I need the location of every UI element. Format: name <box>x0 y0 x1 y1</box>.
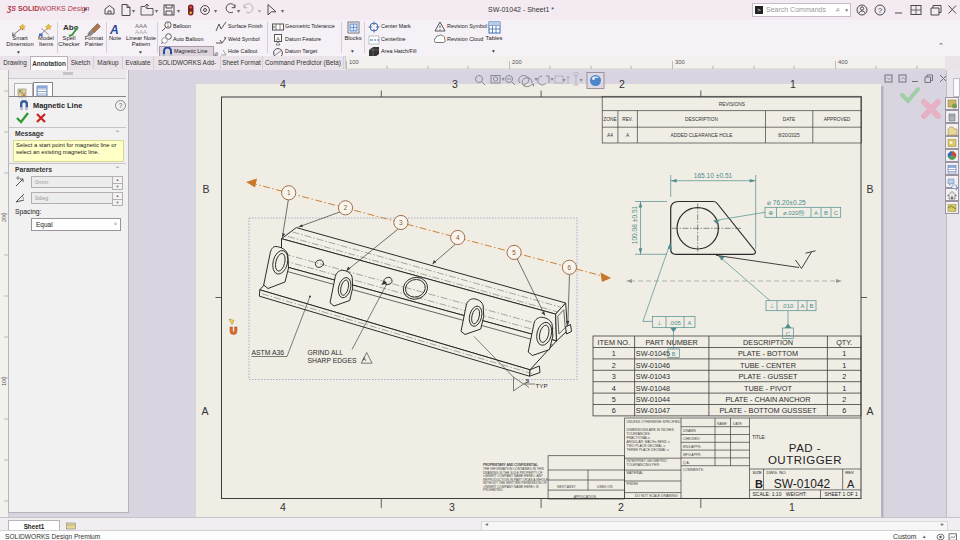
svg-text:1: 1 <box>842 361 846 370</box>
svg-text:B: B <box>824 210 828 216</box>
svg-text:⊥: ⊥ <box>657 320 662 326</box>
svg-text:B: B <box>809 303 813 309</box>
svg-text:100: 100 <box>349 59 359 65</box>
svg-text:SW-01048: SW-01048 <box>636 384 670 393</box>
svg-text:PLATE - BOTTOM: PLATE - BOTTOM <box>738 349 798 358</box>
svg-text:TOLERANCING PER:: TOLERANCING PER: <box>627 463 660 467</box>
svg-text:400: 400 <box>838 59 848 65</box>
svg-text:100: 100 <box>1 377 7 386</box>
svg-text:A: A <box>847 478 855 490</box>
svg-text:?: ? <box>878 6 883 15</box>
svg-text:SW-01046: SW-01046 <box>636 361 670 370</box>
svg-text:1: 1 <box>167 22 170 28</box>
svg-text:ASTM A36: ASTM A36 <box>252 349 285 356</box>
svg-text:DESCRIPTION: DESCRIPTION <box>743 338 793 347</box>
svg-text:UNLESS OTHERWISE SPECIFIED:: UNLESS OTHERWISE SPECIFIED: <box>627 420 682 424</box>
svg-text:6: 6 <box>568 264 572 271</box>
svg-text:▾: ▾ <box>535 76 538 82</box>
svg-text:B: B <box>866 183 873 195</box>
svg-text:DESCRIPTION: DESCRIPTION <box>685 117 718 122</box>
svg-text:THREE PLACE DECIMAL ±: THREE PLACE DECIMAL ± <box>627 448 669 452</box>
svg-text:SW-01045: SW-01045 <box>636 349 670 358</box>
svg-text:4: 4 <box>456 234 460 241</box>
svg-text:SW-01042: SW-01042 <box>774 477 831 491</box>
svg-text:PAD -: PAD - <box>789 442 821 454</box>
svg-text:NAME: NAME <box>717 422 728 426</box>
svg-text:DRAWN: DRAWN <box>683 429 696 433</box>
svg-text:Q.A.: Q.A. <box>683 461 690 465</box>
svg-text:5: 5 <box>612 395 616 404</box>
svg-text:4: 4 <box>280 501 286 513</box>
svg-text:A: A <box>276 36 280 42</box>
svg-text:PART NUMBER: PART NUMBER <box>646 338 698 347</box>
svg-text:200: 200 <box>1 213 7 222</box>
svg-text:1: 1 <box>789 501 795 513</box>
svg-text:TUBE - CENTER: TUBE - CENTER <box>740 361 796 370</box>
svg-text:3: 3 <box>449 501 455 513</box>
svg-text:1: 1 <box>612 349 616 358</box>
svg-text:6: 6 <box>612 406 616 415</box>
svg-text:DWG. NO.: DWG. NO. <box>767 470 787 475</box>
svg-text:SHARP EDGES: SHARP EDGES <box>308 357 357 364</box>
svg-text:.010: .010 <box>782 303 794 309</box>
svg-text:MATERIAL: MATERIAL <box>627 471 644 475</box>
svg-text:SCALE: 1:10: SCALE: 1:10 <box>753 491 782 497</box>
svg-text:ZONE: ZONE <box>603 117 616 122</box>
svg-text:▾: ▾ <box>580 77 583 83</box>
svg-text:300: 300 <box>675 59 685 65</box>
svg-text:A: A <box>362 356 366 362</box>
svg-text:8/20/2025: 8/20/2025 <box>778 133 800 138</box>
svg-text:A: A <box>201 405 208 417</box>
svg-text:CHECKED: CHECKED <box>683 437 700 441</box>
svg-text:A: A <box>800 303 804 309</box>
svg-text:6: 6 <box>842 406 846 415</box>
svg-text:REV: REV <box>845 470 854 475</box>
svg-text:▾: ▾ <box>563 77 566 83</box>
svg-text:USED ON: USED ON <box>597 485 613 489</box>
svg-text:2: 2 <box>842 395 846 404</box>
svg-text:DATE: DATE <box>783 117 795 122</box>
svg-text:⌀ 76.20±0.25: ⌀ 76.20±0.25 <box>767 199 806 206</box>
svg-text:MFG APPR.: MFG APPR. <box>683 453 702 457</box>
svg-text:APPROVED: APPROVED <box>824 117 851 122</box>
svg-text:DO NOT SCALE DRAWING: DO NOT SCALE DRAWING <box>635 494 678 498</box>
svg-text:ITEM NO.: ITEM NO. <box>598 338 630 347</box>
svg-text:SHEET 1 OF 1: SHEET 1 OF 1 <box>825 491 858 497</box>
svg-text:SW-01044: SW-01044 <box>636 395 670 404</box>
svg-text:2: 2 <box>612 361 616 370</box>
svg-text:SIZE: SIZE <box>753 470 763 475</box>
svg-text:B: B <box>202 183 209 195</box>
svg-text:C: C <box>834 210 839 216</box>
svg-text:REV.: REV. <box>622 117 633 122</box>
svg-text:5: 5 <box>512 249 516 256</box>
svg-text:.005: .005 <box>669 320 681 326</box>
svg-text:PROHIBITED.: PROHIBITED. <box>483 488 503 492</box>
svg-text:APPLICATION: APPLICATION <box>574 495 597 499</box>
svg-text:3: 3 <box>452 78 458 90</box>
svg-text:2: 2 <box>618 501 624 513</box>
svg-text:NEXT ASSY: NEXT ASSY <box>557 485 577 489</box>
svg-text:B: B <box>672 351 676 357</box>
svg-text:A: A <box>814 210 818 216</box>
svg-text:COMMENTS:: COMMENTS: <box>683 468 704 472</box>
svg-text:4: 4 <box>280 78 286 90</box>
svg-text:QTY.: QTY. <box>836 338 852 347</box>
svg-text:165.10 ±0.51: 165.10 ±0.51 <box>694 172 733 179</box>
svg-text:SW-01047: SW-01047 <box>636 406 670 415</box>
svg-text:1: 1 <box>790 78 796 90</box>
svg-text:C: C <box>786 331 791 337</box>
svg-text:100.08 ±0.51: 100.08 ±0.51 <box>631 205 638 244</box>
svg-text:1: 1 <box>842 384 846 393</box>
svg-text:2: 2 <box>344 204 348 211</box>
svg-text:B: B <box>755 478 763 490</box>
svg-text:PLATE - CHAIN ANCHOR: PLATE - CHAIN ANCHOR <box>725 395 810 404</box>
svg-text:A4: A4 <box>607 133 613 138</box>
svg-text:TITLE:: TITLE: <box>752 435 766 440</box>
svg-text:200: 200 <box>512 59 522 65</box>
svg-text:ADDED CLEARANCE HOLE: ADDED CLEARANCE HOLE <box>671 133 733 138</box>
svg-text:A: A <box>866 405 873 417</box>
svg-text:REVISIONS: REVISIONS <box>719 102 745 107</box>
svg-text:⊕: ⊕ <box>768 210 773 216</box>
svg-text:ENG APPR.: ENG APPR. <box>683 445 701 449</box>
svg-text:2: 2 <box>842 372 846 381</box>
